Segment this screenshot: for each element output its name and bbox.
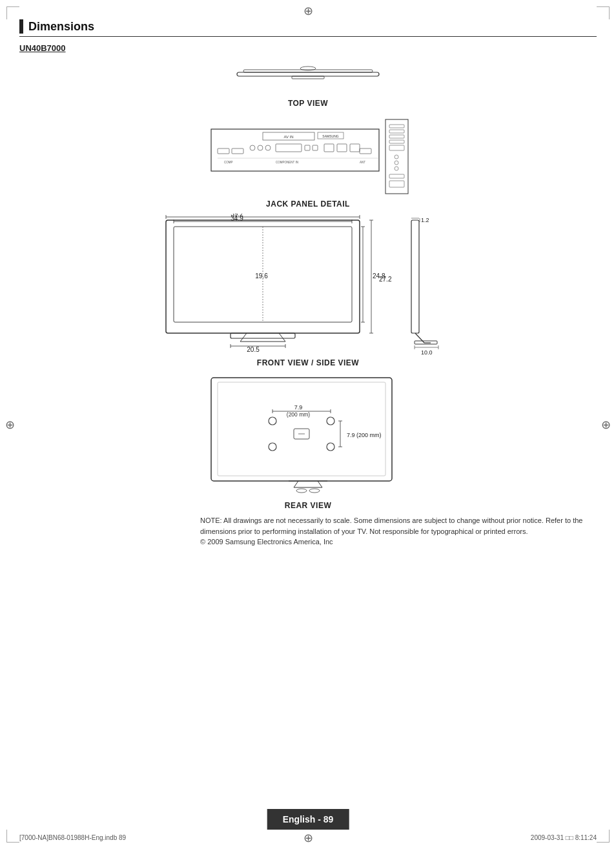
svg-line-93 <box>294 481 298 487</box>
svg-text:10.0: 10.0 <box>421 349 433 356</box>
svg-point-31 <box>395 155 398 159</box>
crosshair-top: ⊕ <box>303 5 313 17</box>
page-footer: [7000-NA]BN68-01988H-Eng.indb 89 2009-03… <box>0 834 616 841</box>
top-view-label: TOP VIEW <box>19 99 597 108</box>
svg-text:34.9: 34.9 <box>231 215 243 222</box>
jack-panel-wrapper: AV IN SAMSUNG COMP COMPONENT IN ANT <box>19 113 597 197</box>
svg-rect-34 <box>389 174 404 178</box>
page-content: Dimensions UN40B7000 TOP VIEW AV IN SAMS… <box>19 19 597 830</box>
svg-line-40 <box>279 333 285 342</box>
svg-text:COMP: COMP <box>224 161 233 164</box>
jack-panel-diagram: AV IN SAMSUNG COMP COMPONENT IN ANT <box>198 113 418 197</box>
top-view-diagram <box>218 61 398 96</box>
svg-point-32 <box>395 161 398 165</box>
svg-text:COMPONENT IN: COMPONENT IN <box>276 161 298 164</box>
svg-point-80 <box>327 443 334 451</box>
svg-text:7.9 (200 mm): 7.9 (200 mm) <box>347 432 382 438</box>
svg-text:SAMSUNG: SAMSUNG <box>322 134 338 138</box>
svg-text:1.2: 1.2 <box>421 217 429 223</box>
svg-rect-64 <box>411 220 419 333</box>
svg-rect-38 <box>231 333 295 338</box>
svg-rect-11 <box>250 145 255 150</box>
svg-text:20.5: 20.5 <box>247 346 260 353</box>
note-copyright: © 2009 Samsung Electronics America, Inc <box>200 538 333 546</box>
english-badge-text: English - 89 <box>283 814 334 824</box>
svg-rect-35 <box>389 181 404 187</box>
svg-text:27.2: 27.2 <box>379 276 392 283</box>
rear-view-label: REAR VIEW <box>19 501 597 510</box>
footer-left-text: [7000-NA]BN68-01988H-Eng.indb 89 <box>19 834 126 841</box>
section-header: Dimensions <box>19 19 597 37</box>
svg-point-33 <box>395 167 398 170</box>
section-title: Dimensions <box>28 20 94 34</box>
front-side-diagram: 39.2 34.9 19.6 24.8 27.2 20.5 <box>147 214 469 356</box>
footer-right-text: 2009-03-31 □□ 8:11:24 <box>531 834 597 841</box>
svg-rect-20 <box>360 148 371 154</box>
svg-line-39 <box>240 333 247 342</box>
front-side-label: FRONT VIEW / SIDE VIEW <box>19 358 597 367</box>
svg-point-77 <box>269 417 276 425</box>
svg-rect-30 <box>389 145 404 150</box>
svg-rect-29 <box>389 140 404 143</box>
svg-point-78 <box>327 417 334 425</box>
corner-mark-tr <box>597 6 610 19</box>
svg-line-94 <box>318 481 322 487</box>
svg-rect-12 <box>258 145 263 150</box>
crosshair-left: ⊕ <box>5 419 15 431</box>
svg-rect-75 <box>211 378 392 481</box>
svg-rect-0 <box>237 72 379 76</box>
corner-mark-tl <box>6 6 19 19</box>
svg-rect-10 <box>232 148 243 154</box>
svg-rect-19 <box>350 144 360 152</box>
svg-rect-28 <box>389 135 404 138</box>
svg-text:7.9: 7.9 <box>294 404 303 411</box>
note-section: NOTE: All drawings are not necessarily t… <box>200 515 597 547</box>
svg-rect-26 <box>389 125 404 128</box>
svg-text:(200 mm): (200 mm) <box>287 411 311 418</box>
svg-rect-16 <box>313 145 318 150</box>
jack-panel-label: JACK PANEL DETAIL <box>19 199 597 209</box>
svg-point-79 <box>269 443 276 451</box>
svg-rect-18 <box>337 144 347 152</box>
crosshair-right: ⊕ <box>601 419 611 431</box>
svg-point-96 <box>296 489 307 493</box>
svg-text:AV IN: AV IN <box>283 135 293 139</box>
top-view-wrapper <box>19 61 597 96</box>
rear-view-wrapper: 7.9 (200 mm) 7.9 (200 mm) <box>19 373 597 498</box>
svg-text:ANT: ANT <box>360 161 365 164</box>
svg-rect-25 <box>385 119 408 194</box>
svg-text:19.6: 19.6 <box>255 272 268 280</box>
svg-rect-17 <box>324 144 334 152</box>
svg-rect-13 <box>265 145 271 150</box>
svg-rect-14 <box>276 144 302 152</box>
svg-line-65 <box>415 333 424 343</box>
svg-rect-15 <box>305 145 310 150</box>
rear-view-diagram: 7.9 (200 mm) 7.9 (200 mm) <box>198 373 418 498</box>
svg-rect-9 <box>218 148 229 154</box>
model-name: UN40B7000 <box>19 43 597 53</box>
note-text: NOTE: All drawings are not necessarily t… <box>200 517 582 535</box>
svg-point-97 <box>309 489 320 493</box>
svg-rect-27 <box>389 130 404 133</box>
section-bar <box>19 19 23 34</box>
svg-rect-4 <box>211 129 379 171</box>
english-badge: English - 89 <box>267 809 349 830</box>
front-side-wrapper: 39.2 34.9 19.6 24.8 27.2 20.5 <box>19 214 597 356</box>
